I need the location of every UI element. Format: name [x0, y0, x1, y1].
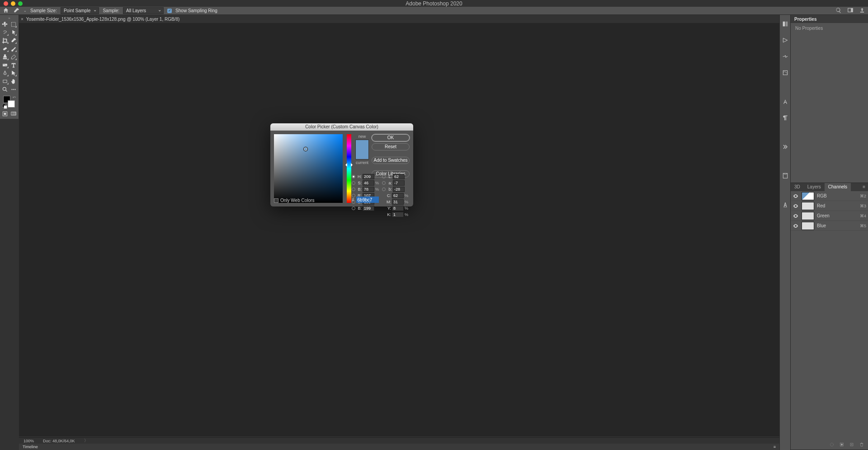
stamp-tool[interactable] [1, 53, 9, 61]
sample-select[interactable]: All Layers [123, 7, 164, 14]
move-tool[interactable] [1, 21, 9, 28]
adjustments-panel-icon[interactable] [782, 53, 789, 61]
document-tab[interactable]: Yosemite-Folder_1536x1536_Apple-128x128.… [26, 17, 179, 22]
radio-s[interactable] [352, 181, 355, 185]
canvas-area[interactable] [19, 23, 779, 436]
l-input[interactable] [393, 174, 405, 179]
home-icon[interactable] [3, 7, 9, 14]
swap-colors-icon[interactable]: ⤺ [13, 95, 16, 99]
panel-menu-icon[interactable]: ≡ [860, 183, 868, 191]
visibility-icon[interactable] [793, 203, 799, 209]
visibility-icon[interactable] [793, 213, 799, 219]
minimize-window-button[interactable] [11, 1, 15, 6]
timeline-panel[interactable]: Timeline ≡ [19, 444, 779, 450]
bv-input[interactable] [363, 187, 374, 192]
close-window-button[interactable] [4, 1, 8, 6]
healing-tool[interactable] [1, 45, 9, 52]
hue-handle[interactable] [344, 163, 347, 167]
search-icon[interactable] [835, 7, 842, 14]
visibility-icon[interactable] [793, 223, 799, 229]
svg-rect-16 [785, 22, 788, 27]
libraries-panel-icon[interactable] [782, 69, 789, 77]
paragraph-panel-icon[interactable] [782, 114, 789, 122]
quickmask-button[interactable] [1, 110, 9, 117]
delete-channel-icon[interactable] [859, 442, 864, 448]
doc-size[interactable]: Doc: 48,0K/64,0K [43, 439, 75, 443]
shape-tool[interactable] [1, 78, 9, 85]
m-input[interactable] [392, 199, 404, 205]
ok-button[interactable]: OK [372, 134, 410, 141]
marquee-tool[interactable] [10, 21, 18, 28]
close-tab-icon[interactable]: × [21, 17, 24, 22]
zoom-tool[interactable] [1, 86, 9, 93]
y-input[interactable] [392, 206, 404, 211]
color-panel-icon[interactable] [782, 20, 789, 28]
crop-tool[interactable] [1, 37, 9, 44]
eraser-tool[interactable] [10, 53, 18, 61]
k-input[interactable] [392, 212, 404, 217]
channel-row[interactable]: Red ⌘3 [791, 201, 868, 211]
sample-size-select[interactable]: Point Sample [61, 7, 99, 14]
a-input[interactable] [393, 180, 405, 186]
add-swatches-button[interactable]: Add to Swatches [372, 157, 410, 164]
default-colors-icon[interactable] [2, 104, 7, 108]
zoom-window-button[interactable] [18, 1, 23, 6]
hand-tool[interactable] [10, 78, 18, 85]
tool-preset-dropdown[interactable]: ⌄ [24, 9, 27, 13]
tab-3d[interactable]: 3D [791, 183, 804, 191]
channel-row[interactable]: RGB ⌘2 [791, 191, 868, 201]
tab-channels[interactable]: Channels [825, 183, 851, 191]
eyedropper-icon[interactable] [13, 7, 20, 14]
radio-h[interactable] [352, 175, 355, 178]
status-menu-icon[interactable]: 〉 [84, 438, 88, 444]
web-colors-checkbox[interactable] [274, 198, 278, 203]
zoom-level[interactable]: 100% [24, 439, 34, 443]
s-input[interactable] [363, 180, 374, 186]
save-selection-icon[interactable] [839, 442, 844, 448]
b-input[interactable] [363, 206, 374, 211]
timeline-menu-icon[interactable]: ≡ [774, 445, 776, 449]
lasso-tool[interactable] [1, 29, 9, 36]
h-input[interactable] [363, 174, 374, 179]
lab-b-input[interactable] [393, 187, 405, 192]
glyphs-panel-icon[interactable] [782, 201, 789, 209]
radio-b[interactable] [352, 206, 355, 210]
actions-panel-icon[interactable] [782, 143, 789, 151]
character-panel-icon[interactable] [782, 98, 789, 106]
hue-handle[interactable] [351, 163, 354, 167]
channel-shortcut: ⌘4 [860, 214, 866, 218]
channel-row[interactable]: Blue ⌘5 [791, 221, 868, 231]
show-sampling-ring-checkbox[interactable]: ✓ [167, 9, 172, 13]
share-icon[interactable] [859, 7, 865, 14]
reset-button[interactable]: Reset [372, 143, 410, 150]
new-color[interactable] [356, 140, 368, 150]
radio-l[interactable] [382, 175, 386, 178]
visibility-icon[interactable] [793, 193, 799, 199]
screenmode-button[interactable] [10, 110, 18, 117]
type-tool[interactable] [10, 61, 18, 69]
new-channel-icon[interactable] [849, 442, 854, 448]
pen-tool[interactable] [1, 70, 9, 77]
quick-select-tool[interactable] [10, 29, 18, 36]
radio-a[interactable] [382, 181, 386, 185]
gradient-tool[interactable] [1, 61, 9, 69]
current-color[interactable] [356, 150, 368, 159]
sb-cursor[interactable] [304, 147, 307, 151]
channel-row[interactable]: Green ⌘4 [791, 211, 868, 221]
eyedropper-tool[interactable] [10, 37, 18, 44]
radio-bb[interactable] [382, 188, 386, 191]
radio-bv[interactable] [352, 188, 355, 191]
edit-toolbar-button[interactable] [10, 86, 18, 93]
collapse-handle[interactable]: » [1, 16, 17, 20]
path-select-tool[interactable] [10, 70, 18, 77]
background-color[interactable] [8, 100, 15, 108]
load-selection-icon[interactable] [829, 442, 835, 448]
saturation-brightness-field[interactable] [274, 134, 343, 203]
tab-layers[interactable]: Layers [804, 183, 825, 191]
hex-input[interactable] [356, 197, 379, 203]
brush-tool[interactable] [10, 45, 18, 52]
history-panel-icon[interactable] [782, 172, 789, 180]
swatches-panel-icon[interactable] [782, 37, 789, 45]
c-input[interactable] [392, 193, 404, 198]
workspace-icon[interactable] [847, 7, 854, 14]
